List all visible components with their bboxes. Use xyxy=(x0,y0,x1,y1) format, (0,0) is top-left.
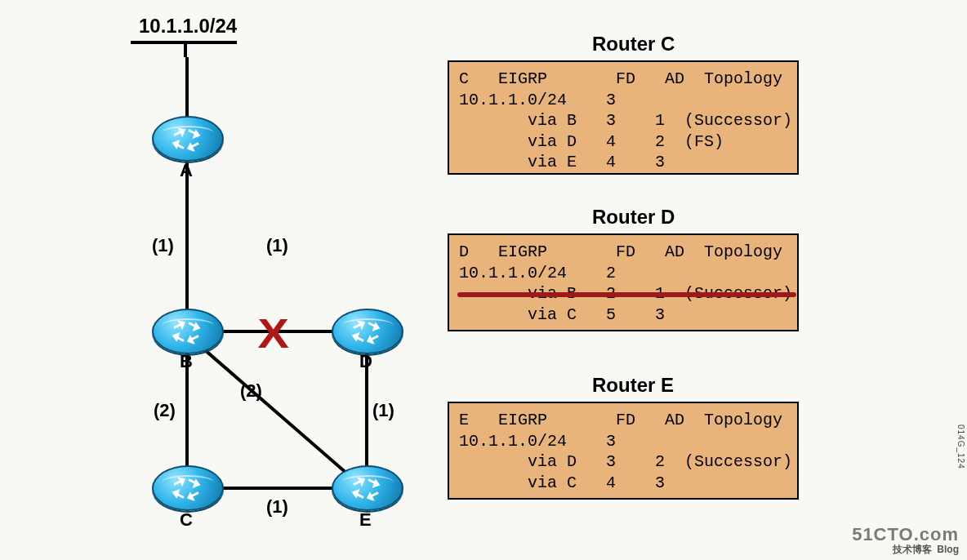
link-cost-top-right: (1) xyxy=(266,235,288,256)
router-C-icon xyxy=(152,465,221,514)
table-C-title: Router C xyxy=(592,33,675,56)
link-failed-icon: X xyxy=(257,310,288,358)
router-D-icon xyxy=(332,309,400,358)
watermark-site: 51CTO.com xyxy=(852,524,959,544)
table-D: D EIGRP FD AD Topology 10.1.1.0/24 2 via… xyxy=(448,233,799,331)
link-cost-A-B: (1) xyxy=(152,235,174,256)
link-cost-C-E: (1) xyxy=(266,496,288,518)
table-E: E EIGRP FD AD Topology 10.1.1.0/24 3 via… xyxy=(448,402,799,500)
watermark-tagline-cn: 技术博客 xyxy=(893,544,932,555)
router-A-label: A xyxy=(180,160,193,181)
watermark: 51CTO.com 技术博客 Blog xyxy=(852,525,959,555)
router-D-label: D xyxy=(359,351,372,372)
slide-code: 014G_124 xyxy=(956,424,965,469)
link-cost-D-E: (1) xyxy=(372,400,394,421)
link-C-E xyxy=(212,487,343,490)
router-B-label: B xyxy=(180,351,193,372)
router-A-icon xyxy=(152,116,221,165)
link-cost-B-C: (2) xyxy=(154,400,176,421)
router-E-label: E xyxy=(359,509,372,531)
router-E-icon xyxy=(332,465,400,514)
table-D-title: Router D xyxy=(592,206,675,229)
table-D-strike xyxy=(457,292,796,297)
link-net-A xyxy=(185,57,189,122)
network-stub-drop xyxy=(184,41,187,57)
link-A-B xyxy=(185,159,189,316)
network-subnet-label: 10.1.1.0/24 xyxy=(139,15,237,38)
watermark-tagline-en: Blog xyxy=(937,544,959,555)
router-C-label: C xyxy=(180,509,193,531)
router-B-icon xyxy=(152,309,221,358)
table-C: C EIGRP FD AD Topology 10.1.1.0/24 3 via… xyxy=(448,60,799,175)
table-E-title: Router E xyxy=(592,374,674,397)
